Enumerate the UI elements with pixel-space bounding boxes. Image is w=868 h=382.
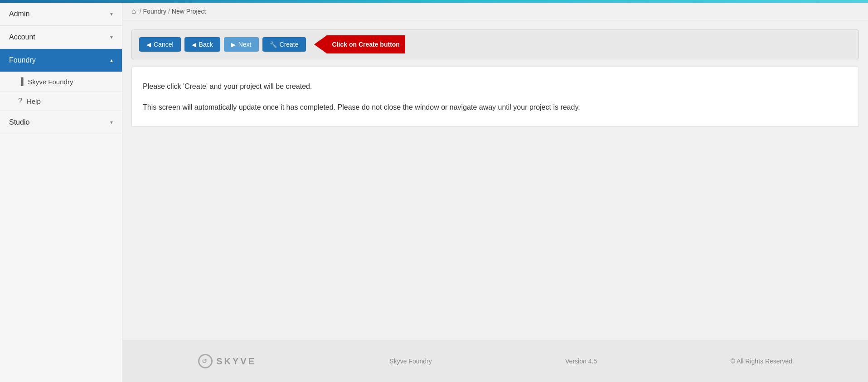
info-card: Please click 'Create' and your project w…: [131, 67, 859, 127]
arrow-head-icon: [314, 35, 327, 53]
next-button[interactable]: ▶ Next: [224, 37, 259, 52]
breadcrumb-sep2: /: [168, 8, 170, 15]
breadcrumb-foundry-link[interactable]: Foundry: [143, 8, 166, 15]
sidebar-item-admin[interactable]: Admin ▾: [0, 3, 122, 26]
breadcrumb: ⌂ / Foundry / New Project: [122, 3, 868, 20]
sidebar-item-studio[interactable]: Studio ▾: [0, 111, 122, 134]
footer: ↺ SKYVE Skyve Foundry Version 4.5 © All …: [122, 340, 868, 382]
annotation-text: Click on Create button: [332, 41, 400, 48]
help-icon: ?: [18, 97, 22, 105]
sidebar: Admin ▾ Account ▾ Foundry ▴ ▐ Skyve Foun…: [0, 3, 122, 382]
main-content: ⌂ / Foundry / New Project ◀ Cancel ◀ Bac…: [122, 3, 868, 382]
info-line1: Please click 'Create' and your project w…: [143, 81, 848, 92]
annotation-body: Click on Create button: [327, 35, 405, 53]
cancel-label: Cancel: [154, 41, 174, 48]
admin-chevron-icon: ▾: [110, 11, 113, 17]
back-label: Back: [199, 41, 213, 48]
annotation-container: Click on Create button: [314, 35, 405, 53]
breadcrumb-new-project: New Project: [172, 8, 206, 15]
sidebar-foundry-label: Foundry: [9, 56, 36, 64]
back-button[interactable]: ◀ Back: [184, 37, 220, 52]
back-icon: ◀: [192, 41, 196, 48]
toolbar: ◀ Cancel ◀ Back ▶ Next 🔧 Create: [131, 29, 859, 59]
info-line2: This screen will automatically update on…: [143, 102, 848, 113]
sidebar-admin-label: Admin: [9, 10, 29, 18]
sidebar-sub-item-help[interactable]: ? Help: [0, 92, 122, 111]
sidebar-item-account[interactable]: Account ▾: [0, 26, 122, 49]
content-area: ◀ Cancel ◀ Back ▶ Next 🔧 Create: [122, 20, 868, 340]
skyve-logo-icon: ↺: [198, 354, 213, 368]
home-icon[interactable]: ⌂: [131, 7, 136, 15]
footer-rights: © All Rights Reserved: [730, 358, 792, 365]
breadcrumb-sep1: /: [140, 8, 141, 15]
help-label: Help: [27, 97, 41, 105]
footer-logo: ↺ SKYVE: [198, 354, 256, 368]
foundry-chevron-icon: ▴: [110, 57, 113, 63]
footer-version: Version 4.5: [565, 358, 597, 365]
footer-product-name: Skyve Foundry: [389, 358, 432, 365]
next-label: Next: [238, 41, 252, 48]
next-icon: ▶: [231, 41, 236, 48]
account-chevron-icon: ▾: [110, 34, 113, 40]
sidebar-account-label: Account: [9, 33, 35, 41]
sidebar-sub-item-skyve-foundry[interactable]: ▐ Skyve Foundry: [0, 72, 122, 92]
skyve-foundry-label: Skyve Foundry: [28, 78, 73, 86]
studio-chevron-icon: ▾: [110, 119, 113, 126]
footer-logo-text: SKYVE: [216, 356, 256, 367]
cancel-icon: ◀: [146, 41, 151, 48]
create-button[interactable]: 🔧 Create: [262, 37, 306, 52]
sidebar-studio-label: Studio: [9, 118, 29, 126]
create-label: Create: [280, 41, 299, 48]
sidebar-item-foundry[interactable]: Foundry ▴: [0, 49, 122, 72]
create-icon: 🔧: [270, 41, 277, 48]
annotation-arrow: Click on Create button: [314, 35, 405, 53]
skyve-foundry-icon: ▐: [18, 77, 23, 86]
cancel-button[interactable]: ◀ Cancel: [139, 37, 181, 52]
